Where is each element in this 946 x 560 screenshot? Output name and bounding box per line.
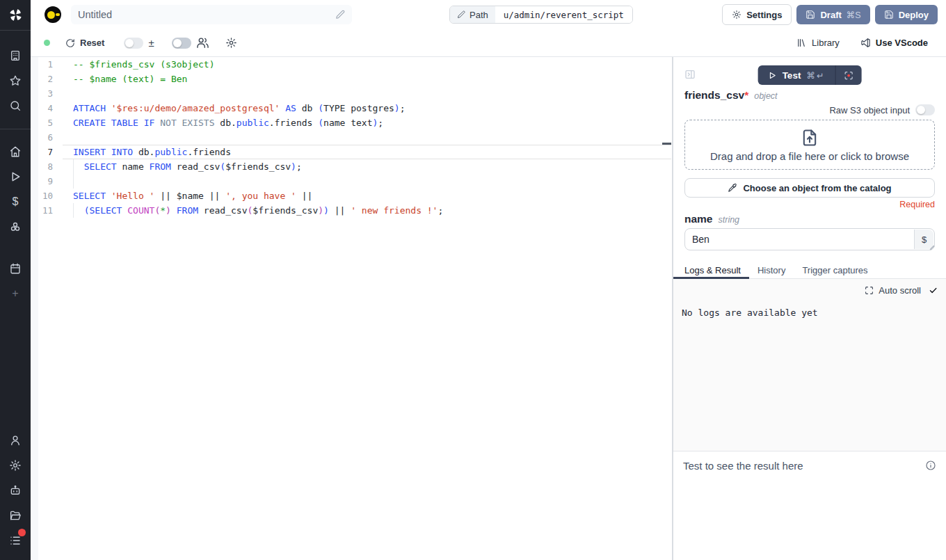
right-panel: Test ⌘↵ friends_csv* object bbox=[672, 57, 946, 560]
star-icon bbox=[9, 74, 22, 87]
tab-logs-result[interactable]: Logs & Result bbox=[673, 262, 749, 278]
status-dot bbox=[44, 40, 50, 46]
test-button[interactable]: Test ⌘↵ bbox=[758, 65, 835, 85]
settings-button[interactable]: Settings bbox=[722, 4, 792, 25]
choose-object-button[interactable]: Choose an object from the catalog bbox=[684, 178, 935, 198]
plus-icon: + bbox=[9, 287, 22, 300]
name-input[interactable]: Ben bbox=[685, 229, 913, 250]
gear-icon bbox=[732, 10, 741, 19]
code-line-8: 8 SELECT name FROM read_csv($friends_csv… bbox=[31, 159, 672, 174]
multiplayer-toggle[interactable] bbox=[172, 38, 191, 49]
robot-icon bbox=[9, 484, 22, 497]
content: 1-- $friends_csv (s3object)2-- $name (te… bbox=[31, 57, 946, 560]
code-line-10: 10SELECT 'Hello ' || $name || ', you hav… bbox=[31, 189, 672, 203]
sidebar-item-runs[interactable] bbox=[0, 164, 31, 189]
sidebar-item-ai[interactable] bbox=[0, 478, 31, 503]
required-asterisk: * bbox=[744, 89, 748, 101]
use-vscode-button[interactable]: Use VScode bbox=[860, 38, 928, 48]
expand-icon bbox=[865, 286, 874, 295]
code-line-5: 5CREATE TABLE IF NOT EXISTS db.public.fr… bbox=[31, 115, 672, 130]
info-icon[interactable] bbox=[925, 460, 936, 471]
choose-object-label: Choose an object from the catalog bbox=[743, 183, 891, 193]
resources-icon bbox=[9, 221, 22, 233]
save-icon bbox=[884, 10, 894, 19]
file-dropzone[interactable]: Drag and drop a file here or click to br… bbox=[684, 120, 935, 170]
arg-name-header: name string bbox=[684, 213, 935, 225]
sidebar-item-schedules[interactable] bbox=[0, 256, 31, 281]
code-line-2: 2-- $name (text) = Ben bbox=[31, 72, 672, 86]
library-label: Library bbox=[812, 38, 840, 48]
edit-title-icon[interactable] bbox=[335, 10, 345, 19]
pipette-icon bbox=[728, 183, 737, 193]
sidebar-item-audit-logs[interactable] bbox=[0, 528, 31, 553]
collapse-panel-icon[interactable] bbox=[684, 69, 696, 80]
raw-s3-label: Raw S3 object input bbox=[829, 105, 910, 115]
test-button-group: Test ⌘↵ bbox=[758, 65, 862, 85]
duckdb-language-icon[interactable] bbox=[45, 6, 61, 23]
play-icon bbox=[768, 71, 777, 80]
code-line-11: 11 (SELECT COUNT(*) FROM read_csv($frien… bbox=[31, 203, 672, 218]
path-control[interactable]: Path u/admin/reverent_script bbox=[449, 6, 633, 24]
code-lines: 1-- $friends_csv (s3object)2-- $name (te… bbox=[31, 57, 672, 218]
main-column: Untitled Path u/admin/reverent_script Se… bbox=[31, 0, 946, 560]
test-shortcut: ⌘↵ bbox=[806, 70, 825, 81]
sidebar-item-folders[interactable] bbox=[0, 503, 31, 528]
sidebar-item-favorites[interactable] bbox=[0, 68, 31, 93]
required-label: Required bbox=[684, 200, 935, 209]
windmill-logo[interactable] bbox=[0, 0, 31, 31]
arg-name: friends_csv* bbox=[684, 89, 748, 102]
path-value: u/admin/reverent_script bbox=[495, 6, 632, 23]
library-button[interactable]: Library bbox=[796, 38, 840, 48]
arg-friends-csv-header: friends_csv* object bbox=[684, 89, 935, 102]
sidebar-item-resources[interactable] bbox=[0, 214, 31, 239]
deploy-button[interactable]: Deploy bbox=[875, 5, 938, 24]
toolbar-right: Library Use VScode bbox=[796, 38, 928, 48]
script-title-input[interactable]: Untitled bbox=[71, 5, 352, 24]
file-upload-icon bbox=[800, 128, 819, 147]
sidebar-item-add-workspace[interactable]: + bbox=[0, 281, 31, 306]
code-line-7: 7INSERT INTO db.public.friends bbox=[31, 145, 672, 159]
vscode-icon bbox=[860, 38, 871, 48]
capture-icon bbox=[843, 70, 853, 81]
dropzone-label: Drag and drop a file here or click to br… bbox=[710, 150, 909, 162]
sidebar-group-main: $ bbox=[0, 139, 31, 239]
sidebar-item-variables[interactable]: $ bbox=[0, 189, 31, 214]
inputs-form: Test ⌘↵ friends_csv* object bbox=[673, 57, 946, 262]
path-label: Path bbox=[470, 10, 488, 20]
auto-scroll-control[interactable]: Auto scroll bbox=[682, 285, 938, 296]
sidebar-divider bbox=[0, 129, 31, 129]
script-title: Untitled bbox=[78, 9, 112, 20]
draft-shortcut: ⌘S bbox=[847, 10, 861, 20]
topbar: Untitled Path u/admin/reverent_script Se… bbox=[31, 0, 946, 29]
sidebar: $ + bbox=[0, 0, 31, 560]
plus-minus-icon[interactable]: ± bbox=[148, 38, 154, 48]
folder-icon bbox=[9, 509, 22, 522]
sidebar-item-workspace[interactable] bbox=[0, 43, 31, 68]
diff-toggle[interactable] bbox=[124, 38, 143, 49]
notification-badge bbox=[18, 529, 26, 536]
reset-button[interactable]: Reset bbox=[65, 38, 104, 48]
code-line-9: 9 bbox=[31, 174, 672, 189]
arg-type: object bbox=[754, 91, 777, 101]
sidebar-item-workspace-settings[interactable] bbox=[0, 453, 31, 478]
raw-s3-toggle[interactable] bbox=[915, 104, 935, 115]
capture-button[interactable] bbox=[835, 65, 861, 85]
settings-label: Settings bbox=[746, 10, 782, 20]
search-icon bbox=[9, 99, 22, 112]
vscode-label: Use VScode bbox=[876, 38, 928, 48]
sidebar-item-account[interactable] bbox=[0, 428, 31, 453]
users-icon bbox=[196, 36, 209, 49]
draft-button[interactable]: Draft ⌘S bbox=[796, 5, 869, 24]
code-editor[interactable]: 1-- $friends_csv (s3object)2-- $name (te… bbox=[31, 57, 672, 560]
editor-settings-icon[interactable] bbox=[225, 37, 237, 49]
sidebar-group-schedules bbox=[0, 256, 31, 281]
sidebar-item-search[interactable] bbox=[0, 93, 31, 118]
path-edit-button[interactable]: Path bbox=[450, 6, 495, 23]
tab-history[interactable]: History bbox=[749, 262, 794, 278]
code-line-3: 3 bbox=[31, 86, 672, 101]
tab-trigger-captures[interactable]: Trigger captures bbox=[794, 262, 876, 278]
deploy-label: Deploy bbox=[899, 10, 929, 20]
library-icon bbox=[796, 38, 807, 48]
sidebar-group-add: + bbox=[0, 281, 31, 306]
sidebar-item-home[interactable] bbox=[0, 139, 31, 164]
